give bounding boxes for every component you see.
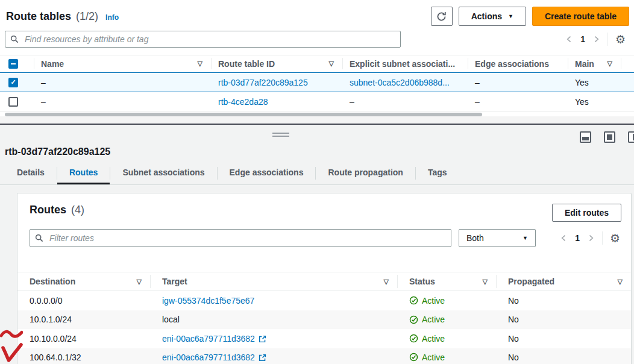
- search-icon: [10, 35, 19, 43]
- target-link[interactable]: eni-00ac6a797711d3682: [162, 353, 255, 362]
- status-active-icon: [409, 296, 418, 305]
- target-link[interactable]: eni-00ac6a797711d3682: [162, 334, 255, 344]
- sort-icon[interactable]: ▽: [198, 60, 202, 67]
- column-header-name[interactable]: Name ▽: [34, 55, 211, 72]
- chevron-left-icon: [560, 234, 568, 242]
- cell-destination: 10.0.1.0/24: [17, 315, 150, 324]
- detail-tabs: Details Routes Subnet associations Edge …: [0, 162, 634, 184]
- column-header-edge-associations[interactable]: Edge associations: [468, 55, 568, 72]
- sort-icon[interactable]: ▽: [384, 278, 389, 286]
- column-header-destination[interactable]: Destination ▽: [17, 272, 150, 290]
- panel-position-bottom-icon[interactable]: [580, 131, 591, 143]
- row-checkbox[interactable]: [8, 78, 18, 87]
- tab-details[interactable]: Details: [5, 162, 57, 184]
- column-header-propagated[interactable]: Propagated ▽: [496, 272, 631, 290]
- route-tables-table: Name ▽ Route table ID ▽ Explicit subnet …: [0, 55, 634, 112]
- settings-gear-icon[interactable]: ⚙: [610, 233, 620, 244]
- sort-icon[interactable]: ▽: [618, 278, 623, 286]
- filter-routes-box[interactable]: [30, 229, 451, 247]
- route-tables-table-header: Name ▽ Route table ID ▽ Explicit subnet …: [0, 55, 634, 72]
- routes-filter-row: Both ▼ 1 ⚙: [17, 229, 631, 247]
- cell-status: Active: [397, 334, 496, 344]
- subnet-association-link[interactable]: subnet-0ca5c2d06b988d...: [350, 78, 450, 87]
- cell-propagated: No: [496, 334, 631, 344]
- create-route-table-button[interactable]: Create route table: [532, 7, 629, 26]
- routes-title: Routes (4): [30, 204, 84, 216]
- actions-button-label: Actions: [471, 11, 502, 21]
- status-active-icon: [409, 353, 418, 362]
- column-header-main[interactable]: Main ▽: [568, 55, 621, 72]
- cell-target: local: [150, 315, 397, 324]
- table-row[interactable]: – rtb-4ce2da28 – – Yes: [0, 92, 634, 112]
- target-link[interactable]: igw-055374dc1f5e75e67: [162, 296, 254, 306]
- cell-destination: 0.0.0.0/0: [17, 296, 150, 306]
- route-row: 10.10.0.0/24 eni-00ac6a797711d3682: [17, 329, 631, 348]
- search-box[interactable]: [5, 31, 401, 48]
- external-link-icon[interactable]: [259, 354, 266, 362]
- select-all-cell: [0, 55, 34, 72]
- edit-routes-button[interactable]: Edit routes: [552, 204, 621, 222]
- column-header-target[interactable]: Target ▽: [150, 272, 397, 290]
- page-number[interactable]: 1: [580, 34, 585, 44]
- tab-route-propagation[interactable]: Route propagation: [316, 162, 415, 184]
- external-link-icon[interactable]: [259, 335, 266, 343]
- routes-table: Destination ▽ Target ▽ Status ▽ Propagat…: [17, 272, 631, 364]
- select-all-checkbox[interactable]: [8, 59, 18, 69]
- route-table-id-link[interactable]: rtb-03d77af220c89a125: [218, 78, 308, 87]
- settings-gear-icon[interactable]: ⚙: [615, 34, 626, 45]
- status-active-icon: [409, 315, 418, 324]
- routes-card-header: Routes (4) Edit routes: [17, 193, 631, 222]
- next-page-button[interactable]: [587, 234, 595, 242]
- status-active-icon: [409, 334, 418, 343]
- sort-icon[interactable]: ▽: [137, 278, 142, 286]
- next-page-button[interactable]: [592, 35, 600, 43]
- panel-layout-controls: [580, 131, 634, 143]
- sort-icon[interactable]: ▽: [483, 278, 488, 286]
- refresh-icon: [436, 11, 447, 22]
- panel-position-center-icon[interactable]: [604, 131, 615, 143]
- route-row: 10.0.1.0/24 local Active No: [17, 310, 631, 330]
- previous-page-button[interactable]: [565, 35, 573, 43]
- cell-main: Yes: [568, 97, 621, 107]
- chevron-right-icon: [587, 234, 595, 242]
- caret-down-icon: ▼: [523, 236, 528, 241]
- tab-edge-associations[interactable]: Edge associations: [218, 162, 316, 184]
- routes-pagination: 1 ⚙: [560, 231, 621, 245]
- row-checkbox[interactable]: [8, 97, 18, 107]
- chevron-left-icon: [565, 35, 573, 43]
- column-header-route-table-id[interactable]: Route table ID ▽: [211, 55, 342, 72]
- search-input[interactable]: [24, 34, 395, 45]
- route-row: 100.64.0.1/32 eni-00ac6a797711d3682: [17, 348, 631, 364]
- cell-status: Active: [397, 315, 496, 324]
- column-header-explicit-subnet[interactable]: Explicit subnet associati...: [342, 55, 468, 72]
- filter-routes-input[interactable]: [48, 233, 446, 243]
- route-table-id-link[interactable]: rtb-4ce2da28: [218, 97, 268, 107]
- routes-count: (4): [71, 204, 84, 216]
- page-header: Route tables (1/2) Info Actions ▼ Create…: [0, 0, 634, 27]
- selection-count: (1/2): [76, 10, 98, 23]
- column-header-spacer: [621, 55, 634, 72]
- split-panel: rtb-03d77af220c89a125 Details Routes Sub…: [0, 125, 634, 364]
- previous-page-button[interactable]: [560, 234, 568, 242]
- page-number[interactable]: 1: [575, 233, 580, 243]
- table-row[interactable]: – rtb-03d77af220c89a125 subnet-0ca5c2d06…: [0, 72, 634, 92]
- column-header-status[interactable]: Status ▽: [397, 272, 496, 290]
- refresh-button[interactable]: [431, 7, 453, 26]
- panel-position-side-icon[interactable]: [628, 131, 634, 143]
- tab-subnet-associations[interactable]: Subnet associations: [110, 162, 216, 184]
- routes-table-header: Destination ▽ Target ▽ Status ▽ Propagat…: [17, 272, 631, 291]
- actions-button[interactable]: Actions ▼: [459, 7, 526, 26]
- page-title: Route tables (1/2) Info: [6, 10, 119, 23]
- route-type-select[interactable]: Both ▼: [459, 229, 536, 247]
- tab-routes[interactable]: Routes: [57, 162, 110, 184]
- toolbar-divider: [602, 231, 603, 245]
- info-link[interactable]: Info: [105, 13, 119, 22]
- sort-icon[interactable]: ▽: [329, 60, 334, 67]
- cell-main: Yes: [568, 78, 621, 87]
- sort-icon[interactable]: ▽: [607, 60, 612, 67]
- split-panel-drag-handle[interactable]: [272, 133, 289, 139]
- cell-name: –: [34, 78, 211, 87]
- tab-tags[interactable]: Tags: [416, 162, 459, 184]
- vpc-route-tables-screen: Route tables (1/2) Info Actions ▼ Create…: [0, 0, 634, 364]
- cell-explicit-subnet: –: [342, 97, 468, 107]
